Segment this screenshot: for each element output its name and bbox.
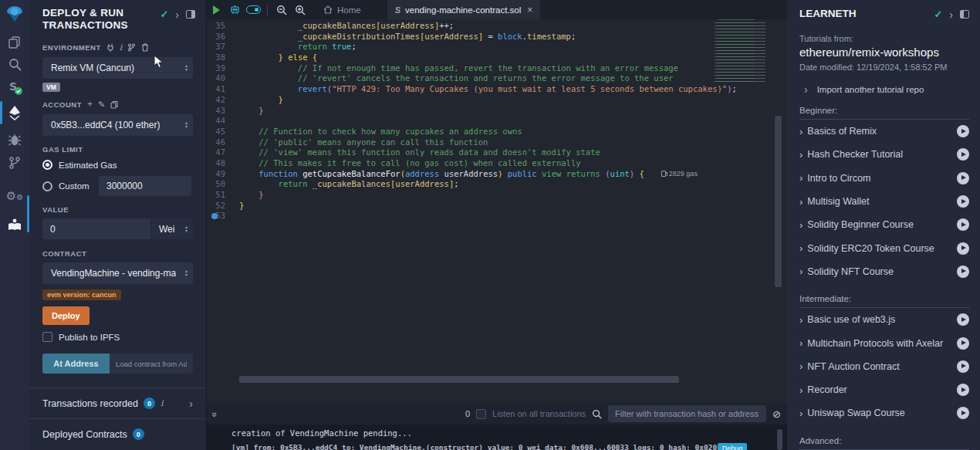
tutorial-item[interactable]: ›Solidity ERC20 Token Course xyxy=(799,236,969,259)
terminal-filter-input[interactable] xyxy=(608,405,766,422)
editor-minimap[interactable] xyxy=(711,19,772,84)
tutorial-play-button[interactable] xyxy=(957,125,969,137)
plus-icon[interactable]: + xyxy=(87,99,93,110)
file-explorer-icon[interactable] xyxy=(0,32,29,52)
pin-panel-icon[interactable] xyxy=(186,10,195,19)
code-line[interactable]: 46 // 'public' means anyone can call thi… xyxy=(207,137,787,148)
tutorial-play-button[interactable] xyxy=(957,195,969,208)
tutorial-item[interactable]: ›Uniswap Swap Course xyxy=(799,401,969,425)
deployed-contracts-section[interactable]: Deployed Contracts 0 xyxy=(29,418,206,449)
code-line[interactable]: 47 // 'view' means this function only re… xyxy=(207,147,787,158)
tab-vending-machine-contract[interactable]: S vending-machine-contract.sol × xyxy=(387,0,541,19)
value-input[interactable] xyxy=(42,218,150,239)
tutorial-play-button[interactable] xyxy=(957,148,969,161)
code-line[interactable]: 38 } else { xyxy=(207,52,787,63)
code-line[interactable]: 44 xyxy=(207,116,787,127)
listen-all-checkbox[interactable] xyxy=(476,409,486,419)
plug-icon[interactable] xyxy=(106,43,114,52)
debugger-icon[interactable] xyxy=(0,130,29,150)
tutorial-play-button[interactable] xyxy=(957,337,969,350)
edit-icon[interactable]: ✎ xyxy=(98,100,105,110)
tutorial-play-button[interactable] xyxy=(957,218,969,231)
ai-assistant-button[interactable] xyxy=(225,0,244,19)
code-line[interactable]: 37 return true; xyxy=(207,42,787,52)
learneth-expand-icon[interactable]: › xyxy=(949,9,953,20)
code-line[interactable]: 42 } xyxy=(207,95,787,106)
solidity-compiler-icon[interactable]: S xyxy=(0,77,29,97)
custom-gas-option[interactable]: Custom xyxy=(42,176,193,196)
transactions-expand-icon[interactable]: › xyxy=(189,398,193,409)
run-script-button[interactable] xyxy=(207,0,225,19)
tutorial-play-button[interactable] xyxy=(957,360,969,373)
code-line[interactable]: 36 _cupcakeDistributionTimes[userAddress… xyxy=(207,32,787,42)
tutorial-item[interactable]: ›NFT Auction Contract xyxy=(799,355,969,378)
tutorial-play-button[interactable] xyxy=(957,313,969,326)
zoom-in-button[interactable] xyxy=(291,0,309,19)
debug-button[interactable]: Debug xyxy=(718,443,747,450)
tutorial-item[interactable]: ›Multisig Wallet xyxy=(799,190,969,213)
zoom-out-button[interactable] xyxy=(272,0,291,19)
tutorial-play-button[interactable] xyxy=(957,242,969,255)
trash-icon[interactable] xyxy=(141,43,149,52)
tutorial-item[interactable]: ›Multichain Protocols with Axelar xyxy=(799,331,969,354)
at-address-button[interactable]: At Address xyxy=(42,354,110,374)
contract-select[interactable]: VendingMachine - vending-machin ▴▾ xyxy=(42,262,193,284)
value-unit-select[interactable]: Wei ▴▾ xyxy=(150,218,193,239)
code-line[interactable]: 35 _cupcakeBalances[userAddress]++; xyxy=(207,21,787,32)
remix-logo[interactable] xyxy=(0,5,29,25)
code-line[interactable]: 51 } xyxy=(207,190,787,201)
transactions-recorded-section[interactable]: Transactions recorded 0 i › xyxy=(29,387,206,418)
import-tutorial-repo-row[interactable]: › Import another tutorial repo xyxy=(799,84,969,95)
learneth-pin-panel-icon[interactable] xyxy=(960,10,969,19)
code-line[interactable]: 41 revert("HTTP 429: Too Many Cupcakes (… xyxy=(207,84,787,95)
code-line[interactable]: 40 // 'revert' cancels the transaction a… xyxy=(207,73,787,84)
tutorial-play-button[interactable] xyxy=(957,266,969,278)
deploy-button[interactable]: Deploy xyxy=(42,306,90,325)
deploy-and-run-icon[interactable] xyxy=(0,103,29,123)
publish-ipfs-checkbox[interactable] xyxy=(42,332,52,342)
tutorial-item[interactable]: ›Solidity NFT Course xyxy=(799,260,969,283)
search-icon[interactable] xyxy=(0,54,29,74)
terminal-scrollbar[interactable] xyxy=(777,429,782,450)
terminal-collapse-icon[interactable]: » xyxy=(209,412,220,416)
copilot-toggle[interactable] xyxy=(244,0,262,19)
copy-icon[interactable] xyxy=(110,100,118,109)
clear-filter-icon[interactable]: ⊘ xyxy=(772,408,781,420)
code-line[interactable]: 50 return _cupcakeBalances[userAddress]; xyxy=(207,179,787,190)
code-line[interactable]: 43 } xyxy=(207,106,787,117)
plugin-manager-icon[interactable]: ⚙⚙ xyxy=(0,185,29,205)
estimated-gas-option[interactable]: Estimated Gas xyxy=(42,160,193,170)
tutorial-item[interactable]: ›Intro to Circom xyxy=(799,167,969,190)
custom-gas-radio[interactable] xyxy=(42,181,52,191)
code-line[interactable]: 53 xyxy=(207,211,787,222)
tutorial-play-button[interactable] xyxy=(957,172,969,184)
tutorial-item[interactable]: ›Basics of Remix xyxy=(799,120,969,143)
tutorial-play-button[interactable] xyxy=(957,407,969,419)
fork-icon[interactable] xyxy=(127,43,136,52)
learneth-icon[interactable] xyxy=(0,215,29,235)
code-line[interactable]: 39 // If not enough time has passed, rev… xyxy=(207,63,787,74)
publish-ipfs-option[interactable]: Publish to IPFS xyxy=(42,332,193,342)
editor-horizontal-scrollbar[interactable] xyxy=(239,376,679,383)
tutorial-item[interactable]: ›Basic use of web3.js xyxy=(799,308,969,331)
account-select[interactable]: 0x5B3...eddC4 (100 ether) ▴▾ xyxy=(42,114,193,136)
environment-info-icon[interactable]: i xyxy=(120,42,123,52)
editor-vertical-scrollbar[interactable] xyxy=(775,116,782,287)
panel-expand-icon[interactable]: › xyxy=(175,9,179,20)
at-address-input[interactable] xyxy=(110,354,193,374)
tab-close-icon[interactable]: × xyxy=(527,5,532,15)
tutorial-item[interactable]: ›Hash Checker Tutorial xyxy=(799,143,969,166)
tutorial-item[interactable]: ›Recorder xyxy=(799,378,969,401)
terminal-search-icon[interactable] xyxy=(592,409,602,419)
transactions-info-icon[interactable]: i xyxy=(161,398,164,408)
git-icon[interactable] xyxy=(0,153,29,173)
code-line[interactable]: 45 // Function to check how many cupcake… xyxy=(207,127,787,137)
tutorial-play-button[interactable] xyxy=(957,384,969,396)
code-line[interactable]: 48 // This makes it free to call (no gas… xyxy=(207,158,787,169)
custom-gas-input[interactable] xyxy=(99,176,191,196)
environment-select[interactable]: Remix VM (Cancun) ▴▾ xyxy=(42,57,193,79)
code-line[interactable]: 52} xyxy=(207,201,787,211)
tab-home[interactable]: Home xyxy=(316,0,369,19)
code-line[interactable]: 49 function getCupcakeBalanceFor(address… xyxy=(207,169,787,180)
estimated-gas-radio[interactable] xyxy=(42,160,52,170)
